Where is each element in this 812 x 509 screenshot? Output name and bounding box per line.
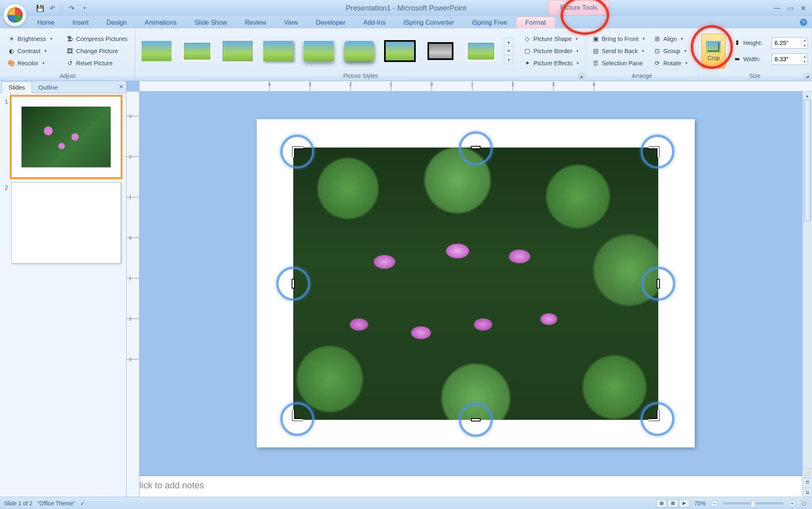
- crop-handle-bottom-right[interactable]: [647, 409, 659, 421]
- panel-close-icon[interactable]: ✕: [119, 83, 124, 90]
- size-dialog-launcher[interactable]: ◢: [804, 73, 810, 79]
- height-input[interactable]: 6.25" ▲▼: [771, 37, 808, 49]
- gallery-scroll-down-icon[interactable]: ▼: [504, 47, 513, 56]
- selection-pane-button[interactable]: ☰Selection Pane: [589, 58, 649, 68]
- maximize-button[interactable]: ▭: [786, 4, 794, 12]
- crop-handle-top[interactable]: [470, 145, 482, 150]
- crop-handle-bottom-left[interactable]: [292, 409, 304, 421]
- crop-handle-top-left[interactable]: [292, 146, 304, 158]
- style-item[interactable]: [463, 38, 499, 64]
- thumbnail-image: [21, 107, 111, 167]
- shape-icon: ◇: [524, 35, 531, 43]
- redo-icon[interactable]: ↷: [67, 4, 76, 13]
- zoom-in-button[interactable]: +: [788, 500, 796, 507]
- send-to-back-button[interactable]: ▤Send to Back▼: [589, 46, 649, 56]
- spinner-down-icon[interactable]: ▼: [801, 59, 808, 64]
- spinner-up-icon[interactable]: ▲: [801, 38, 808, 43]
- tab-insert[interactable]: Insert: [64, 17, 98, 28]
- spinner-up-icon[interactable]: ▲: [801, 54, 808, 59]
- contrast-label: Contrast: [17, 47, 41, 54]
- bring-to-front-button[interactable]: ▣Bring to Front▼: [589, 34, 649, 44]
- recolor-button[interactable]: 🎨Recolor▼: [5, 58, 56, 68]
- style-item[interactable]: [301, 38, 337, 64]
- minimize-button[interactable]: —: [773, 4, 781, 12]
- group-button[interactable]: ⊡Group▼: [651, 46, 691, 56]
- tab-animations[interactable]: Animations: [136, 17, 186, 28]
- crop-handle-left[interactable]: [291, 278, 295, 290]
- tab-format[interactable]: Format: [516, 17, 555, 28]
- scroll-up-icon[interactable]: ▲: [803, 92, 812, 100]
- undo-icon[interactable]: ↶: [48, 4, 57, 13]
- slide-canvas[interactable]: [140, 92, 812, 475]
- thumbnail-preview[interactable]: [11, 96, 121, 178]
- spinner-arrows[interactable]: ▲▼: [801, 54, 808, 64]
- style-item[interactable]: [179, 38, 215, 64]
- crop-handle-right[interactable]: [656, 278, 660, 290]
- send-back-icon: ▤: [592, 47, 599, 55]
- gallery-scroll-up-icon[interactable]: ▲: [504, 38, 513, 47]
- tab-review[interactable]: Review: [236, 17, 275, 28]
- align-button[interactable]: ⊞Align▼: [651, 34, 691, 44]
- style-item[interactable]: [423, 38, 458, 64]
- close-button[interactable]: ✕: [799, 4, 807, 12]
- sorter-view-button[interactable]: ▩: [668, 499, 678, 507]
- tab-view[interactable]: View: [275, 17, 307, 28]
- tab-add-ins[interactable]: Add-Ins: [354, 17, 395, 28]
- crop-button[interactable]: Crop: [701, 34, 726, 68]
- qat-customize-icon[interactable]: ▼: [80, 4, 89, 13]
- crop-handle-top-right[interactable]: [647, 146, 659, 158]
- tab-design[interactable]: Design: [98, 17, 136, 28]
- panel-tab-outline[interactable]: Outline: [32, 82, 64, 93]
- notes-placeholder: Click to add notes: [133, 480, 204, 490]
- compress-pictures-button[interactable]: 🗜Compress Pictures: [64, 34, 131, 44]
- selected-image[interactable]: [293, 148, 658, 420]
- ribbon-group-arrange: ▣Bring to Front▼ ▤Send to Back▼ ☰Selecti…: [586, 28, 698, 81]
- vertical-scrollbar[interactable]: ▲ ⬜ ⇈ ⇊: [802, 92, 812, 497]
- spinner-arrows[interactable]: ▲▼: [801, 38, 808, 48]
- tab-developer[interactable]: Developer: [307, 17, 354, 28]
- normal-view-button[interactable]: ▦: [656, 499, 667, 507]
- crop-handle-bottom[interactable]: [470, 418, 482, 422]
- brightness-button[interactable]: ☀Brightness▼: [5, 34, 56, 44]
- style-item[interactable]: [220, 38, 256, 64]
- thumbnail-item[interactable]: 2: [2, 182, 125, 263]
- save-icon[interactable]: 💾: [36, 4, 45, 13]
- gallery-scroll-buttons[interactable]: ▲ ▼ ▾: [504, 38, 513, 64]
- spinner-down-icon[interactable]: ▼: [801, 43, 808, 48]
- prev-slide-icon[interactable]: ⬜: [803, 468, 812, 478]
- scrollbar-thumb[interactable]: [803, 100, 811, 221]
- office-button[interactable]: [3, 3, 27, 27]
- spellcheck-icon[interactable]: ✓: [80, 500, 85, 507]
- chevron-down-icon: ▼: [683, 49, 687, 53]
- style-item[interactable]: [342, 38, 377, 64]
- tab-ispring-converter[interactable]: iSpring Converter: [395, 17, 463, 28]
- contrast-button[interactable]: ◐Contrast▼: [5, 46, 56, 56]
- style-item[interactable]: [260, 38, 296, 64]
- next-slide-up-icon[interactable]: ⇈: [803, 478, 812, 487]
- panel-tab-slides[interactable]: Slides: [2, 81, 32, 93]
- style-item[interactable]: [382, 38, 418, 64]
- gallery-more-icon[interactable]: ▾: [504, 56, 513, 64]
- picture-effects-button[interactable]: ✦Picture Effects▼: [521, 58, 582, 68]
- thumbnail-preview[interactable]: [11, 182, 121, 263]
- picture-shape-button[interactable]: ◇Picture Shape▼: [521, 34, 582, 44]
- next-slide-down-icon[interactable]: ⇊: [803, 488, 812, 497]
- chevron-down-icon: ▼: [680, 37, 684, 41]
- thumbnail-item[interactable]: 1: [2, 96, 125, 178]
- fit-to-window-button[interactable]: ⊡: [801, 500, 808, 507]
- change-picture-button[interactable]: 🖼Change Picture: [64, 46, 131, 56]
- picture-border-button[interactable]: ▢Picture Border▼: [521, 46, 582, 56]
- styles-dialog-launcher[interactable]: ◢: [578, 73, 584, 79]
- reset-picture-button[interactable]: ↺Reset Picture: [64, 58, 131, 68]
- tab-slide-show[interactable]: Slide Show: [186, 17, 236, 28]
- rotate-button[interactable]: ⟳Rotate▼: [651, 58, 691, 68]
- zoom-out-button[interactable]: −: [711, 500, 718, 507]
- notes-panel[interactable]: Click to add notes: [127, 475, 812, 497]
- style-item[interactable]: [139, 38, 174, 64]
- zoom-slider[interactable]: [723, 502, 784, 505]
- tab-ispring-free[interactable]: iSpring Free: [463, 17, 516, 28]
- tab-home[interactable]: Home: [28, 17, 64, 28]
- help-icon[interactable]: ?: [800, 19, 807, 26]
- slideshow-view-button[interactable]: ▶: [679, 499, 690, 507]
- width-input[interactable]: 8.33" ▲▼: [771, 53, 808, 65]
